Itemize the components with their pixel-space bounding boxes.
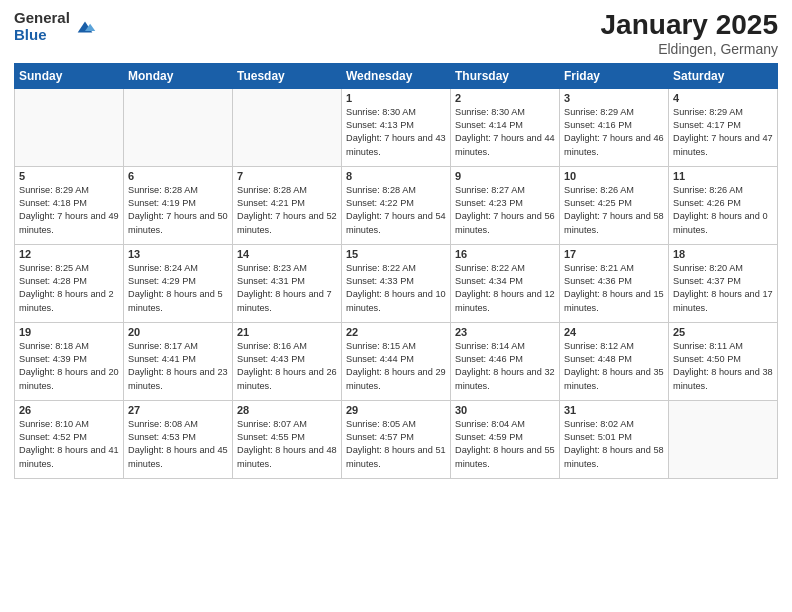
day-number: 5 <box>19 170 119 182</box>
calendar-day-cell: 11Sunrise: 8:26 AMSunset: 4:26 PMDayligh… <box>669 166 778 244</box>
calendar-week-row: 1Sunrise: 8:30 AMSunset: 4:13 PMDaylight… <box>15 88 778 166</box>
day-number: 31 <box>564 404 664 416</box>
calendar-week-row: 12Sunrise: 8:25 AMSunset: 4:28 PMDayligh… <box>15 244 778 322</box>
day-info: Sunrise: 8:29 AMSunset: 4:18 PMDaylight:… <box>19 184 119 237</box>
day-number: 29 <box>346 404 446 416</box>
calendar-day-cell: 10Sunrise: 8:26 AMSunset: 4:25 PMDayligh… <box>560 166 669 244</box>
title-block: January 2025 Eldingen, Germany <box>601 10 778 57</box>
calendar-day-cell <box>233 88 342 166</box>
day-info: Sunrise: 8:04 AMSunset: 4:59 PMDaylight:… <box>455 418 555 471</box>
day-number: 30 <box>455 404 555 416</box>
weekday-header: Friday <box>560 63 669 88</box>
logo-icon <box>74 16 96 38</box>
weekday-header: Sunday <box>15 63 124 88</box>
weekday-header: Saturday <box>669 63 778 88</box>
calendar-day-cell: 27Sunrise: 8:08 AMSunset: 4:53 PMDayligh… <box>124 400 233 478</box>
day-number: 17 <box>564 248 664 260</box>
day-number: 8 <box>346 170 446 182</box>
day-info: Sunrise: 8:30 AMSunset: 4:14 PMDaylight:… <box>455 106 555 159</box>
day-info: Sunrise: 8:24 AMSunset: 4:29 PMDaylight:… <box>128 262 228 315</box>
day-number: 22 <box>346 326 446 338</box>
day-info: Sunrise: 8:27 AMSunset: 4:23 PMDaylight:… <box>455 184 555 237</box>
weekday-header: Wednesday <box>342 63 451 88</box>
calendar-day-cell <box>669 400 778 478</box>
day-info: Sunrise: 8:14 AMSunset: 4:46 PMDaylight:… <box>455 340 555 393</box>
day-number: 1 <box>346 92 446 104</box>
calendar-day-cell: 23Sunrise: 8:14 AMSunset: 4:46 PMDayligh… <box>451 322 560 400</box>
calendar-day-cell: 3Sunrise: 8:29 AMSunset: 4:16 PMDaylight… <box>560 88 669 166</box>
calendar-day-cell: 29Sunrise: 8:05 AMSunset: 4:57 PMDayligh… <box>342 400 451 478</box>
day-info: Sunrise: 8:21 AMSunset: 4:36 PMDaylight:… <box>564 262 664 315</box>
day-info: Sunrise: 8:20 AMSunset: 4:37 PMDaylight:… <box>673 262 773 315</box>
day-number: 23 <box>455 326 555 338</box>
day-info: Sunrise: 8:28 AMSunset: 4:19 PMDaylight:… <box>128 184 228 237</box>
day-info: Sunrise: 8:15 AMSunset: 4:44 PMDaylight:… <box>346 340 446 393</box>
day-info: Sunrise: 8:02 AMSunset: 5:01 PMDaylight:… <box>564 418 664 471</box>
day-info: Sunrise: 8:28 AMSunset: 4:22 PMDaylight:… <box>346 184 446 237</box>
calendar-day-cell: 19Sunrise: 8:18 AMSunset: 4:39 PMDayligh… <box>15 322 124 400</box>
calendar-day-cell: 4Sunrise: 8:29 AMSunset: 4:17 PMDaylight… <box>669 88 778 166</box>
day-number: 20 <box>128 326 228 338</box>
calendar-day-cell: 13Sunrise: 8:24 AMSunset: 4:29 PMDayligh… <box>124 244 233 322</box>
calendar-day-cell: 31Sunrise: 8:02 AMSunset: 5:01 PMDayligh… <box>560 400 669 478</box>
calendar-week-row: 5Sunrise: 8:29 AMSunset: 4:18 PMDaylight… <box>15 166 778 244</box>
day-number: 28 <box>237 404 337 416</box>
day-number: 21 <box>237 326 337 338</box>
calendar-day-cell: 30Sunrise: 8:04 AMSunset: 4:59 PMDayligh… <box>451 400 560 478</box>
day-info: Sunrise: 8:22 AMSunset: 4:34 PMDaylight:… <box>455 262 555 315</box>
calendar-day-cell: 20Sunrise: 8:17 AMSunset: 4:41 PMDayligh… <box>124 322 233 400</box>
day-number: 25 <box>673 326 773 338</box>
day-number: 6 <box>128 170 228 182</box>
day-info: Sunrise: 8:29 AMSunset: 4:16 PMDaylight:… <box>564 106 664 159</box>
weekday-header: Thursday <box>451 63 560 88</box>
calendar-day-cell: 25Sunrise: 8:11 AMSunset: 4:50 PMDayligh… <box>669 322 778 400</box>
weekday-header-row: SundayMondayTuesdayWednesdayThursdayFrid… <box>15 63 778 88</box>
day-number: 12 <box>19 248 119 260</box>
day-number: 2 <box>455 92 555 104</box>
day-info: Sunrise: 8:16 AMSunset: 4:43 PMDaylight:… <box>237 340 337 393</box>
day-info: Sunrise: 8:07 AMSunset: 4:55 PMDaylight:… <box>237 418 337 471</box>
day-info: Sunrise: 8:30 AMSunset: 4:13 PMDaylight:… <box>346 106 446 159</box>
day-number: 19 <box>19 326 119 338</box>
day-number: 14 <box>237 248 337 260</box>
day-info: Sunrise: 8:18 AMSunset: 4:39 PMDaylight:… <box>19 340 119 393</box>
calendar-day-cell: 21Sunrise: 8:16 AMSunset: 4:43 PMDayligh… <box>233 322 342 400</box>
calendar-day-cell: 17Sunrise: 8:21 AMSunset: 4:36 PMDayligh… <box>560 244 669 322</box>
calendar-day-cell <box>15 88 124 166</box>
day-number: 3 <box>564 92 664 104</box>
day-info: Sunrise: 8:22 AMSunset: 4:33 PMDaylight:… <box>346 262 446 315</box>
day-info: Sunrise: 8:29 AMSunset: 4:17 PMDaylight:… <box>673 106 773 159</box>
day-number: 10 <box>564 170 664 182</box>
day-info: Sunrise: 8:25 AMSunset: 4:28 PMDaylight:… <box>19 262 119 315</box>
calendar-day-cell: 26Sunrise: 8:10 AMSunset: 4:52 PMDayligh… <box>15 400 124 478</box>
day-number: 7 <box>237 170 337 182</box>
day-number: 4 <box>673 92 773 104</box>
calendar-day-cell: 2Sunrise: 8:30 AMSunset: 4:14 PMDaylight… <box>451 88 560 166</box>
day-info: Sunrise: 8:10 AMSunset: 4:52 PMDaylight:… <box>19 418 119 471</box>
calendar-day-cell: 12Sunrise: 8:25 AMSunset: 4:28 PMDayligh… <box>15 244 124 322</box>
calendar-day-cell: 1Sunrise: 8:30 AMSunset: 4:13 PMDaylight… <box>342 88 451 166</box>
logo: General Blue <box>14 10 96 43</box>
day-info: Sunrise: 8:08 AMSunset: 4:53 PMDaylight:… <box>128 418 228 471</box>
weekday-header: Monday <box>124 63 233 88</box>
day-info: Sunrise: 8:26 AMSunset: 4:25 PMDaylight:… <box>564 184 664 237</box>
calendar-day-cell: 8Sunrise: 8:28 AMSunset: 4:22 PMDaylight… <box>342 166 451 244</box>
calendar-day-cell: 18Sunrise: 8:20 AMSunset: 4:37 PMDayligh… <box>669 244 778 322</box>
logo-blue-text: Blue <box>14 27 70 44</box>
calendar-day-cell: 5Sunrise: 8:29 AMSunset: 4:18 PMDaylight… <box>15 166 124 244</box>
calendar-day-cell: 6Sunrise: 8:28 AMSunset: 4:19 PMDaylight… <box>124 166 233 244</box>
day-number: 15 <box>346 248 446 260</box>
logo-general-text: General <box>14 10 70 27</box>
day-info: Sunrise: 8:26 AMSunset: 4:26 PMDaylight:… <box>673 184 773 237</box>
page-header: General Blue January 2025 Eldingen, Germ… <box>14 10 778 57</box>
day-info: Sunrise: 8:12 AMSunset: 4:48 PMDaylight:… <box>564 340 664 393</box>
calendar-table: SundayMondayTuesdayWednesdayThursdayFrid… <box>14 63 778 479</box>
calendar-day-cell: 15Sunrise: 8:22 AMSunset: 4:33 PMDayligh… <box>342 244 451 322</box>
day-number: 26 <box>19 404 119 416</box>
calendar-day-cell <box>124 88 233 166</box>
day-info: Sunrise: 8:17 AMSunset: 4:41 PMDaylight:… <box>128 340 228 393</box>
calendar-day-cell: 7Sunrise: 8:28 AMSunset: 4:21 PMDaylight… <box>233 166 342 244</box>
calendar-day-cell: 28Sunrise: 8:07 AMSunset: 4:55 PMDayligh… <box>233 400 342 478</box>
day-number: 13 <box>128 248 228 260</box>
calendar-day-cell: 14Sunrise: 8:23 AMSunset: 4:31 PMDayligh… <box>233 244 342 322</box>
